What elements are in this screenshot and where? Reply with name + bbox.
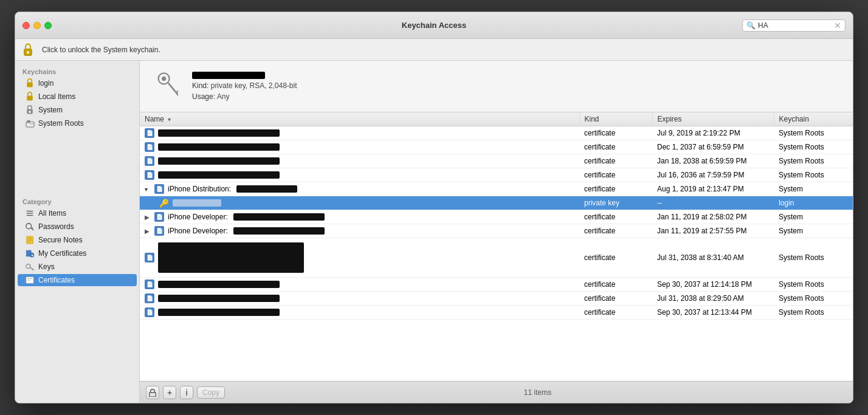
sidebar-item-local-items[interactable]: Local Items	[18, 91, 137, 103]
table-row[interactable]: 📄 certificate Jul 9, 2019 at 2:19:22 PM …	[140, 126, 853, 140]
sidebar-all-items-label: All Items	[38, 209, 66, 218]
expand-icon[interactable]: ▶	[145, 228, 151, 235]
kind-value: private key, RSA, 2,048-bit	[211, 81, 297, 90]
sidebar-item-system[interactable]: System	[18, 104, 137, 116]
copy-button[interactable]: Copy	[197, 386, 225, 399]
cell-keychain: System Roots	[774, 168, 853, 182]
lock-screen-button[interactable]	[146, 386, 159, 399]
item-count: 11 items	[229, 388, 847, 397]
cell-name: 🔑	[140, 196, 579, 210]
cell-name: 📄	[140, 154, 579, 168]
sidebar-secure-notes-label: Secure Notes	[38, 236, 83, 244]
cert-row-icon: 📄	[154, 184, 164, 194]
table-row[interactable]: ▶ 📄 iPhone Developer: certificate Jan 11…	[140, 210, 853, 224]
svg-rect-1	[27, 51, 29, 53]
cell-kind: certificate	[579, 210, 652, 224]
detail-icon	[152, 68, 182, 105]
name-redacted	[233, 227, 325, 235]
sidebar-item-system-roots[interactable]: System Roots	[18, 117, 137, 129]
expand-icon[interactable]: ▶	[145, 214, 151, 221]
name-redacted	[173, 199, 221, 207]
name-redacted	[158, 143, 280, 151]
table-row[interactable]: 📄 certificate Jul 16, 2036 at 7:59:59 PM…	[140, 168, 853, 182]
titlebar: Keychain Access 🔍 ✕	[15, 12, 853, 39]
expand-icon[interactable]: ▾	[145, 186, 151, 193]
right-panel: Kind: private key, RSA, 2,048-bit Usage:…	[140, 61, 853, 403]
name-redacted-large	[158, 242, 304, 273]
category-label: Category	[15, 196, 139, 207]
cell-kind: certificate	[579, 182, 652, 196]
sidebar-item-keys[interactable]: Keys	[18, 261, 137, 273]
table-row[interactable]: ▶ 📄 iPhone Developer: certificate Jan 11…	[140, 224, 853, 238]
cert-row-icon: 📄	[145, 170, 154, 180]
add-button[interactable]: +	[163, 386, 176, 399]
system-roots-icon	[25, 118, 35, 128]
sidebar-item-secure-notes[interactable]: Secure Notes	[18, 234, 137, 246]
cell-name: 📄	[140, 126, 579, 140]
cell-name: 📄	[140, 306, 579, 320]
key-row-icon: 🔑	[159, 198, 169, 208]
search-box[interactable]: 🔍 ✕	[742, 19, 846, 32]
table-row-selected[interactable]: 🔑 private key -- login	[140, 196, 853, 210]
minimize-button[interactable]	[33, 22, 41, 29]
detail-name-redacted	[192, 72, 265, 79]
cell-expires: Jan 18, 2038 at 6:59:59 PM	[652, 154, 774, 168]
app-window: Keychain Access 🔍 ✕ Click to unlock the …	[15, 12, 853, 403]
sidebar-item-certificates[interactable]: Certificates	[18, 274, 137, 286]
cert-row-icon: 📄	[145, 280, 154, 289]
login-icon	[25, 78, 35, 88]
svg-point-28	[162, 77, 166, 81]
sidebar-divider-1	[15, 130, 139, 135]
table-row[interactable]: 📄 certificate Jul 31, 2038 at 8:29:50 AM…	[140, 292, 853, 306]
table-row[interactable]: 📄 certificate Dec 1, 2037 at 6:59:59 PM …	[140, 140, 853, 154]
cell-keychain: System	[774, 182, 853, 196]
sidebar-item-my-certificates[interactable]: ★ My Certificates	[18, 247, 137, 259]
col-kind[interactable]: Kind	[579, 112, 652, 126]
table-row[interactable]: 📄 certificate Sep 30, 2037 at 12:13:44 P…	[140, 306, 853, 320]
maximize-button[interactable]	[44, 22, 52, 29]
svg-line-13	[32, 228, 33, 229]
certs-icon	[25, 275, 35, 285]
table-row[interactable]: 📄 certificate Sep 30, 2037 at 12:14:18 P…	[140, 278, 853, 292]
cert-row-icon: 📄	[145, 128, 154, 138]
col-expires[interactable]: Expires	[652, 112, 774, 126]
lock-icon	[22, 43, 36, 57]
cell-kind: certificate	[579, 278, 652, 292]
cell-name: 📄	[140, 238, 579, 278]
lockbar[interactable]: Click to unlock the System keychain.	[15, 39, 853, 61]
secure-notes-icon	[25, 235, 35, 245]
cell-expires: Aug 1, 2019 at 2:13:47 PM	[652, 182, 774, 196]
main-content: Keychains login Local Items	[15, 61, 853, 403]
col-name[interactable]: Name ▾	[140, 112, 579, 126]
cell-keychain: System Roots	[774, 306, 853, 320]
cell-name: 📄	[140, 140, 579, 154]
cert-row-icon: 📄	[145, 156, 154, 166]
svg-line-29	[168, 83, 178, 97]
sidebar-item-login[interactable]: login	[18, 77, 137, 89]
sidebar-item-passwords[interactable]: Passwords	[18, 221, 137, 233]
col-keychain[interactable]: Keychain	[774, 112, 853, 126]
sidebar-certificates-label: Certificates	[38, 276, 75, 284]
cell-keychain: System Roots	[774, 278, 853, 292]
search-clear-icon[interactable]: ✕	[834, 21, 841, 30]
cell-keychain: System Roots	[774, 154, 853, 168]
table-row[interactable]: ▾ 📄 iPhone Distribution: certificate Aug…	[140, 182, 853, 196]
name-redacted	[158, 309, 280, 316]
name-redacted	[158, 295, 280, 302]
cell-expires: Sep 30, 2037 at 12:13:44 PM	[652, 306, 774, 320]
info-button[interactable]: i	[180, 386, 193, 399]
cell-expires: Dec 1, 2037 at 6:59:59 PM	[652, 140, 774, 154]
cert-row-icon: 📄	[145, 307, 154, 317]
passwords-icon	[25, 222, 35, 232]
sidebar-system-label: System	[38, 106, 63, 114]
table-row[interactable]: 📄 certificate Jan 18, 2038 at 6:59:59 PM…	[140, 154, 853, 168]
close-button[interactable]	[22, 22, 30, 29]
detail-usage: Usage: Any	[192, 92, 297, 101]
cell-kind: certificate	[579, 224, 652, 238]
sidebar-item-all-items[interactable]: All Items	[18, 207, 137, 219]
keys-icon	[25, 262, 35, 272]
cell-name: ▾ 📄 iPhone Distribution:	[140, 182, 579, 196]
svg-rect-32	[150, 393, 156, 397]
search-input[interactable]	[758, 21, 832, 30]
table-row[interactable]: 📄 certificate Jul 31, 2038 at 8:31:40 AM…	[140, 238, 853, 278]
